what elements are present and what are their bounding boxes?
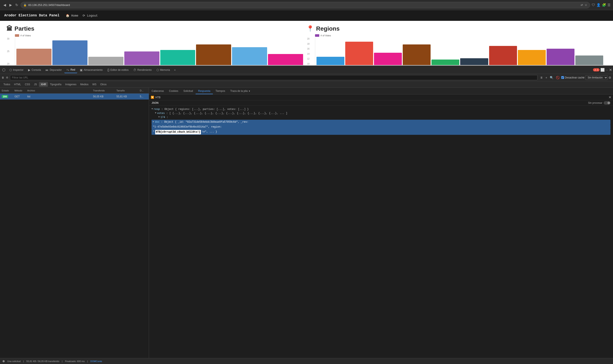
tab-almacenamiento[interactable]: ▣ Almacenamiento bbox=[78, 67, 105, 73]
raw-toggle-switch[interactable] bbox=[604, 101, 611, 104]
bar bbox=[196, 44, 231, 65]
th-tamano[interactable]: Tamaño bbox=[115, 89, 138, 92]
regions-y-labels: 20 18 16 14 12 10 bbox=[307, 38, 310, 65]
tab-consola[interactable]: ▶ Consola bbox=[26, 67, 43, 73]
block-button[interactable]: 🚫 bbox=[555, 76, 560, 80]
devtools-more-icon[interactable]: » bbox=[172, 68, 177, 72]
tab-editor[interactable]: {} Editor de estilos bbox=[105, 67, 131, 73]
resp-tab-respuesta[interactable]: Respuesta bbox=[196, 88, 213, 94]
type-tab-imagenes[interactable]: Imágenes bbox=[63, 82, 78, 87]
tab-red[interactable]: ↑↓ Red bbox=[64, 67, 77, 73]
filter-actions: ⏸ + 🔍 🚫 Desactivar caché Sin limitación … bbox=[539, 75, 611, 80]
type-tab-css[interactable]: CSS bbox=[23, 82, 32, 87]
json-line-resp: ▼ resp : Object { regions: [...], partie… bbox=[151, 107, 611, 111]
type-tab-ws[interactable]: WS bbox=[91, 82, 98, 87]
raw-toggle[interactable]: Sin procesar bbox=[588, 101, 611, 104]
nav-logout[interactable]: ⟳ Logout bbox=[82, 14, 98, 17]
type-tab-tipografia[interactable]: Tipografía bbox=[48, 82, 63, 87]
forward-button[interactable]: ▶ bbox=[9, 2, 13, 8]
parties-chart-section: 🏛 Parties # of Votes 30 25 20 bbox=[6, 25, 306, 65]
search-button[interactable]: 🔍 bbox=[549, 76, 554, 80]
th-metodo[interactable]: Método bbox=[13, 89, 26, 92]
pause-button[interactable]: ⏸ bbox=[539, 76, 544, 80]
bar bbox=[518, 50, 546, 65]
layout-toggle-icon[interactable]: ⬜ bbox=[600, 68, 605, 72]
tab-inspector[interactable]: ⬡ Inspector bbox=[7, 67, 26, 73]
flag-value[interactable]: HTB{c0rrupt3d_c0uch_b4ll0ts!} bbox=[155, 130, 201, 134]
htb-filter-label: HTB bbox=[155, 96, 161, 99]
bar bbox=[345, 42, 373, 65]
raw-toggle-label: Sin procesar bbox=[588, 101, 602, 104]
divider: | bbox=[23, 360, 24, 363]
type-tab-otros[interactable]: Otros bbox=[98, 82, 108, 87]
resp-filter-icon: 🔽 bbox=[151, 96, 154, 99]
json-line-votes: ▼ votes : [ {...}, {...}, {...}, {...}, … bbox=[151, 111, 611, 116]
url-filter-input[interactable] bbox=[10, 75, 537, 80]
shield-icon: 🛡 bbox=[592, 3, 595, 7]
th-d[interactable]: D... bbox=[138, 89, 149, 92]
bar bbox=[160, 50, 195, 65]
bar bbox=[232, 47, 267, 65]
resp-collapse-arrow[interactable]: ▼ bbox=[151, 107, 153, 111]
throttle-select[interactable]: Sin limitación bbox=[585, 75, 608, 80]
bar bbox=[88, 57, 123, 65]
disable-cache-label[interactable]: Desactivar caché bbox=[561, 76, 585, 79]
error-badge: ⚠ 1 bbox=[593, 68, 599, 71]
resp-tab-solicitud[interactable]: Solicitud bbox=[181, 88, 195, 94]
table-header: Estado Método Archivo Transferido Tamaño… bbox=[0, 88, 149, 93]
dom-link[interactable]: DOMConte bbox=[90, 360, 102, 363]
174-collapse-arrow[interactable]: ▼ bbox=[158, 116, 160, 119]
refresh-button[interactable]: ↻ bbox=[14, 2, 19, 8]
status-bar: Una solicitud | 55,81 KB / 56,05 KB tran… bbox=[0, 358, 613, 364]
menu-icon[interactable]: ☰ bbox=[607, 3, 611, 7]
resp-tab-traza[interactable]: Traza de la pila ▼ bbox=[228, 88, 253, 94]
doc-expand-arrow[interactable]: ▶ bbox=[153, 120, 154, 124]
bar bbox=[431, 60, 459, 65]
resp-tab-cabeceras[interactable]: Cabeceras bbox=[149, 88, 166, 94]
resp-close-filter-button[interactable]: ✕ bbox=[609, 95, 611, 99]
bar bbox=[268, 54, 303, 65]
td-transferido: 56,05 KB bbox=[91, 95, 115, 98]
th-transferido[interactable]: Transferido bbox=[91, 89, 115, 92]
regions-title: 📍 Regions bbox=[306, 25, 607, 32]
tab-memoria[interactable]: ⬡ Memoria bbox=[154, 67, 172, 73]
type-tab-todos[interactable]: Todos bbox=[2, 82, 12, 87]
bar bbox=[124, 52, 159, 65]
nav-home[interactable]: 🏠 Home bbox=[66, 14, 78, 17]
devtools-close-area: ⚠ 1 ⬜ ··· ✕ bbox=[593, 68, 612, 72]
bar bbox=[460, 58, 488, 65]
parties-icon: 🏛 bbox=[6, 25, 12, 32]
trash-icon[interactable]: 🗑 bbox=[2, 76, 4, 79]
devtools-menu-icon[interactable]: ⬡ bbox=[1, 68, 7, 72]
devtools-toolbar: ⬡ ⬡ Inspector ▶ Consola ⏭ Depurador ↑↓ R… bbox=[0, 66, 613, 74]
overflow-icon[interactable]: ··· bbox=[606, 68, 608, 72]
parties-bars bbox=[15, 38, 304, 65]
chevron-down-icon[interactable]: ▼ bbox=[248, 90, 250, 92]
resp-tab-tiempos[interactable]: Tiempos bbox=[213, 88, 228, 94]
back-button[interactable]: ◀ bbox=[2, 2, 7, 8]
disable-cache-checkbox[interactable] bbox=[561, 76, 564, 79]
address-bar[interactable]: 🔒 83.136.253.251:34507/dashboard ⇄ ☆ bbox=[21, 2, 590, 8]
profile-icon[interactable]: 👤 bbox=[596, 3, 601, 7]
type-tab-medios[interactable]: Medios bbox=[79, 82, 90, 87]
tab-depurador[interactable]: ⏭ Depurador bbox=[43, 67, 64, 73]
tab-rendimiento[interactable]: ⏱ Rendimiento bbox=[131, 67, 154, 73]
parties-chart-area: 30 25 20 bbox=[15, 38, 304, 65]
type-tab-js[interactable]: JS bbox=[32, 82, 39, 87]
table-row[interactable]: 200 GET list 56,05 KB 55,81 KB 5... bbox=[0, 93, 149, 100]
parties-title: 🏛 Parties bbox=[6, 25, 306, 32]
extension-icon[interactable]: 🧩 bbox=[602, 3, 606, 7]
td-metodo: GET bbox=[13, 95, 26, 98]
resp-tab-cookies[interactable]: Cookies bbox=[166, 88, 181, 94]
type-tab-html[interactable]: HTML bbox=[12, 82, 23, 87]
regions-bars bbox=[315, 38, 604, 65]
star-icon[interactable]: ☆ bbox=[585, 3, 587, 7]
votes-collapse-arrow[interactable]: ▼ bbox=[155, 111, 156, 115]
settings-icon[interactable]: ⚙ bbox=[609, 76, 611, 79]
type-tab-xhr[interactable]: XHR bbox=[39, 82, 48, 87]
close-devtools-button[interactable]: ✕ bbox=[609, 68, 612, 72]
th-archivo[interactable]: Archivo bbox=[26, 89, 91, 92]
th-estado[interactable]: Estado bbox=[0, 89, 13, 92]
network-table-container: Estado Método Archivo Transferido Tamaño… bbox=[0, 88, 613, 358]
add-filter-button[interactable]: + bbox=[545, 76, 548, 80]
